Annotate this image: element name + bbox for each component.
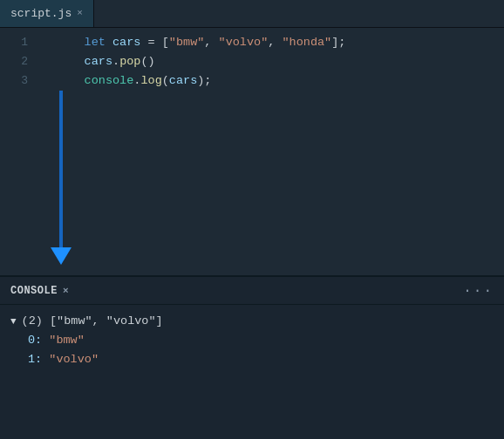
console-more-options[interactable]: ··· bbox=[456, 283, 501, 299]
arrow-line bbox=[59, 91, 63, 247]
file-tab[interactable]: script.js × bbox=[0, 0, 94, 27]
line-number-1: 1 bbox=[7, 33, 28, 52]
method-log: log bbox=[140, 74, 161, 87]
editor-tab-bar: script.js × bbox=[0, 0, 504, 28]
var-cars-3: cars bbox=[169, 74, 197, 87]
tab-filename: script.js bbox=[10, 7, 72, 20]
bracket-open: [ bbox=[162, 36, 169, 49]
console-array-summary: (2) ["bmw", "volvo"] bbox=[22, 312, 163, 331]
console-value-1: "volvo" bbox=[49, 353, 99, 366]
console-output: ▼ (2) ["bmw", "volvo"] 0: "bmw" 1: "volv… bbox=[0, 305, 504, 376]
paren-open: ( bbox=[162, 74, 169, 87]
arrow bbox=[52, 91, 70, 265]
console-tab-label: CONSOLE bbox=[10, 285, 58, 297]
tab-close-icon[interactable]: × bbox=[77, 9, 83, 18]
str-honda: "honda" bbox=[282, 36, 331, 49]
console-array-summary-line: ▼ (2) ["bmw", "volvo"] bbox=[10, 312, 494, 331]
console-key-0: 0: bbox=[28, 334, 42, 347]
code-line-3: 3 console.log(cars); bbox=[0, 71, 504, 91]
line-number-3: 3 bbox=[7, 71, 28, 91]
code-editor: 1 let cars = ["bmw", "volvo", "honda"]; … bbox=[0, 28, 504, 275]
comma-1: , bbox=[204, 36, 218, 49]
console-key-1: 1: bbox=[28, 353, 42, 366]
console-item-1: 1: "volvo" bbox=[10, 350, 494, 369]
console-value-0: "bmw" bbox=[49, 334, 85, 347]
str-bmw: "bmw" bbox=[169, 36, 205, 49]
comma-2: , bbox=[268, 36, 282, 49]
paren-close-semi: ); bbox=[197, 74, 211, 87]
obj-console: console bbox=[85, 74, 134, 87]
arrow-head bbox=[51, 247, 72, 265]
console-tab[interactable]: CONSOLE × bbox=[3, 277, 76, 304]
console-expand-chevron[interactable]: ▼ bbox=[10, 312, 17, 331]
console-tab-bar: CONSOLE × ··· bbox=[0, 277, 504, 305]
line-number-2: 2 bbox=[7, 52, 28, 71]
console-panel: CONSOLE × ··· ▼ (2) ["bmw", "volvo"] 0: … bbox=[0, 275, 504, 439]
str-volvo: "volvo" bbox=[219, 36, 269, 49]
bracket-close-semi: ]; bbox=[331, 36, 345, 49]
console-tab-close-icon[interactable]: × bbox=[63, 286, 69, 296]
console-item-0: 0: "bmw" bbox=[10, 331, 494, 350]
